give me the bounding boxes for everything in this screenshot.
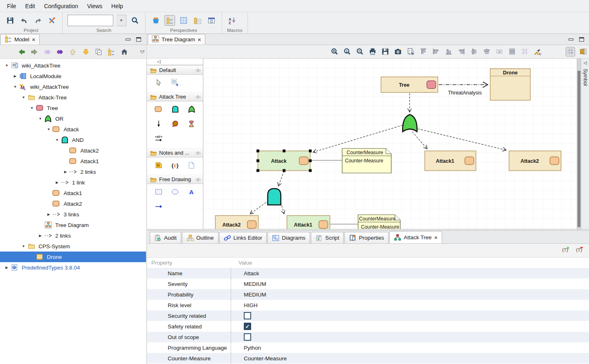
tree-item-1-link[interactable]: ▶1 link xyxy=(0,177,146,188)
sort-az-button[interactable]: AZ xyxy=(227,15,238,26)
tree-item-2-links[interactable]: ▶2 links xyxy=(0,166,146,177)
selection-handle[interactable] xyxy=(283,169,286,172)
attack1-node[interactable]: Attack1 xyxy=(425,151,476,171)
next-diamond-button[interactable] xyxy=(56,47,64,56)
expander-icon[interactable]: ▶ xyxy=(12,74,19,78)
palette-tool-sequence[interactable] xyxy=(167,119,183,129)
expander-icon[interactable]: ▼ xyxy=(29,106,36,110)
palette-tool-countermeasure[interactable] xyxy=(183,119,200,129)
tab-attack-tree[interactable]: Attack Tree✕ xyxy=(389,231,442,243)
nav-up-button[interactable] xyxy=(69,47,76,56)
palette-tool-orange-node[interactable] xyxy=(151,104,167,115)
menu-edit[interactable]: Edit xyxy=(21,1,40,11)
tree-item-and[interactable]: ▼AND xyxy=(0,135,146,145)
drone-block[interactable]: Drone xyxy=(490,69,531,100)
expander-icon[interactable]: ▶ xyxy=(37,234,44,238)
tab-links-editor[interactable]: Links Editor xyxy=(219,232,267,243)
expander-icon[interactable]: ▶ xyxy=(54,180,61,184)
expander-icon[interactable]: ▶ xyxy=(45,212,52,216)
section-expand-icon[interactable]: ◁▷ xyxy=(196,151,200,155)
distribute-button[interactable] xyxy=(507,47,517,56)
copy-button[interactable] xyxy=(95,47,102,56)
zoom-in-button[interactable] xyxy=(330,47,339,56)
checkbox-unchecked[interactable] xyxy=(244,312,251,319)
tree-item-drone[interactable]: Drone xyxy=(0,252,146,262)
align-top-button[interactable] xyxy=(418,47,428,56)
attack-node[interactable]: Attack xyxy=(256,150,312,172)
menu-configuration[interactable]: Configuration xyxy=(40,1,83,11)
checkbox-checked[interactable]: ✓ xyxy=(244,323,251,330)
palette-tool-and-gate[interactable] xyxy=(167,104,183,115)
palette-tool-blue-arrow[interactable] xyxy=(151,201,167,212)
zoom-out-button[interactable] xyxy=(355,47,364,56)
tree-item-wiki-attacktree[interactable]: ▼wiki_AttackTree xyxy=(0,60,146,71)
property-value[interactable]: MEDIUM xyxy=(231,279,589,289)
tree-item-attack1[interactable]: Attack1 xyxy=(0,156,146,166)
expander-icon[interactable]: ▼ xyxy=(45,127,52,131)
perspective-grid-button[interactable] xyxy=(178,15,189,26)
section-expand-icon[interactable]: ◁▷ xyxy=(196,68,200,72)
tree-node[interactable]: Tree xyxy=(381,77,438,92)
grid-button[interactable] xyxy=(566,47,575,56)
align-bottom-button[interactable] xyxy=(444,47,453,56)
palette-tool-arrow-down[interactable] xyxy=(151,119,167,129)
expander-icon[interactable]: ▶ xyxy=(3,265,10,270)
menu-file[interactable]: File xyxy=(2,1,21,11)
checkbox-unchecked[interactable] xyxy=(244,333,251,341)
save-diagram-button[interactable] xyxy=(380,47,390,56)
tree-item-attack1[interactable]: Attack1 xyxy=(0,188,146,198)
scrollbar-thumb[interactable] xyxy=(578,71,580,227)
fit-button[interactable] xyxy=(520,47,529,56)
palette-tool-marquee[interactable] xyxy=(167,77,183,88)
close-icon[interactable]: ✕ xyxy=(198,37,201,42)
expander-icon[interactable]: ▼ xyxy=(3,63,10,67)
selection-handle[interactable] xyxy=(256,160,259,162)
expander-icon[interactable]: ▼ xyxy=(20,95,27,99)
selection-handle[interactable] xyxy=(256,150,259,153)
resize-button[interactable]: 10 xyxy=(495,47,504,56)
palette-tool-text-draw[interactable]: A xyxy=(183,186,200,197)
expander-icon[interactable]: ▶ xyxy=(62,170,69,174)
tab-properties[interactable]: Properties xyxy=(344,232,389,243)
palette-section-notes-and-[interactable]: Notes and ...◁▷ xyxy=(147,148,203,157)
save-button[interactable] xyxy=(5,15,16,26)
tree-structure-button[interactable] xyxy=(108,47,115,56)
section-expand-icon[interactable]: ◁▷ xyxy=(196,177,200,182)
search-input[interactable] xyxy=(67,15,113,26)
center-horizontal-button[interactable] xyxy=(482,47,491,56)
tree-item-predefinedtypes-3-8-04[interactable]: ▶PredefinedTypes 3.8.04 xyxy=(0,262,146,273)
palette-collapse-button[interactable]: ◁ xyxy=(147,58,203,65)
attack2-node[interactable]: Attack2 xyxy=(509,151,561,171)
screenshot-button[interactable] xyxy=(393,47,402,56)
nav-back-button[interactable] xyxy=(18,47,25,56)
zoom-reset-button[interactable]: 1 xyxy=(342,47,352,56)
palette-section-free-drawing[interactable]: Free Drawing◁▷ xyxy=(147,175,203,184)
minimize-icon[interactable] xyxy=(126,38,130,40)
section-expand-icon[interactable]: ◁▷ xyxy=(196,94,200,99)
property-value[interactable]: Attack xyxy=(231,268,589,279)
attack1-sub-node[interactable]: Attack1 xyxy=(287,216,330,229)
vertical-scrollbar[interactable] xyxy=(577,58,581,229)
tree-item-tree[interactable]: ▼Tree xyxy=(0,103,146,113)
add-attribute-button[interactable]: {T} xyxy=(562,246,569,255)
palette-section-default[interactable]: Default◁▷ xyxy=(147,65,203,75)
align-right-button[interactable] xyxy=(456,47,466,56)
minimize-icon[interactable] xyxy=(569,38,573,40)
palette-tool-or-gate[interactable] xyxy=(183,104,200,115)
menu-help[interactable]: Help xyxy=(107,1,128,11)
and-gate[interactable] xyxy=(268,189,281,205)
center-vertical-button[interactable] xyxy=(469,47,479,56)
menu-views[interactable]: Views xyxy=(83,1,107,11)
remove-attribute-button[interactable]: {T} xyxy=(576,246,583,255)
bucket-button[interactable] xyxy=(151,15,161,26)
property-value[interactable]: Python xyxy=(231,342,589,353)
tree-item-tree-diagram[interactable]: Tree Diagram xyxy=(0,220,146,230)
expander-icon[interactable]: ▼ xyxy=(20,244,27,248)
tab-script[interactable]: Script xyxy=(311,232,344,243)
palette-tool-page[interactable] xyxy=(183,160,200,171)
tab-audit[interactable]: Audit xyxy=(150,232,181,243)
tab-tree-diagram[interactable]: Tree Diagram ✕ xyxy=(148,34,205,45)
expander-icon[interactable]: ▼ xyxy=(54,138,61,142)
countermeasure-note[interactable]: CounterMeasureCounter-Measure xyxy=(342,148,391,173)
nav-down-button[interactable] xyxy=(82,47,89,56)
